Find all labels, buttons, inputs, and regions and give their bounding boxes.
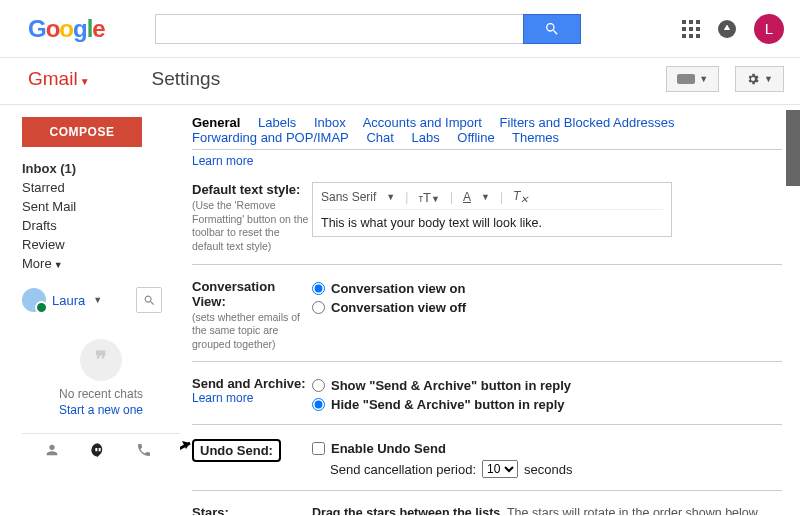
caret-down-icon: ▼ <box>93 295 102 305</box>
settings-tabs: General Labels Inbox Accounts and Import… <box>192 109 782 150</box>
seconds-label: seconds <box>524 462 572 477</box>
conversation-on-radio[interactable] <box>312 282 325 295</box>
caret-down-icon: ▼ <box>699 74 708 84</box>
font-size-dropdown[interactable]: тT▼ <box>418 190 439 205</box>
nav-inbox[interactable]: Inbox (1) <box>22 159 180 178</box>
tab-filters[interactable]: Filters and Blocked Addresses <box>500 115 675 130</box>
contacts-tab-icon[interactable] <box>44 442 60 461</box>
send-archive-learn-more[interactable]: Learn more <box>192 391 253 405</box>
phone-tab-icon[interactable] <box>136 442 152 461</box>
settings-gear-button[interactable]: ▼ <box>735 66 784 92</box>
start-new-chat-link[interactable]: Start a new one <box>22 403 180 417</box>
stars-drag-bold: Drag the stars between the lists. <box>312 506 504 515</box>
conversation-on-option[interactable]: Conversation view on <box>312 279 782 298</box>
google-logo[interactable]: Google <box>28 15 105 43</box>
search-icon <box>143 294 156 307</box>
section-stars: Stars: Drag the stars between the lists.… <box>192 491 782 515</box>
text-color-dropdown[interactable]: A <box>463 190 471 204</box>
notifications-icon[interactable] <box>718 20 736 38</box>
compose-button[interactable]: COMPOSE <box>22 117 142 147</box>
conversation-on-label: Conversation view on <box>331 281 465 296</box>
search-people-button[interactable] <box>136 287 162 313</box>
send-archive-title: Send and Archive: <box>192 376 306 391</box>
show-send-archive-label: Show "Send & Archive" button in reply <box>331 378 571 393</box>
page-title: Settings <box>152 68 221 90</box>
font-family-dropdown[interactable]: Sans Serif <box>321 190 376 204</box>
header-bar: Google L <box>0 0 800 58</box>
enable-undo-send-option[interactable]: Enable Undo Send <box>312 439 782 458</box>
hangouts-profile-name[interactable]: Laura <box>52 293 85 308</box>
conversation-off-radio[interactable] <box>312 301 325 314</box>
learn-more-link[interactable]: Learn more <box>192 154 253 168</box>
account-avatar[interactable]: L <box>754 14 784 44</box>
hide-send-archive-radio[interactable] <box>312 398 325 411</box>
search-icon <box>544 21 560 37</box>
section-conversation-view: Conversation View: (sets whether emails … <box>192 265 782 363</box>
hangouts-tab-icon[interactable] <box>90 442 106 461</box>
hangouts-quote-icon: ❞ <box>80 339 122 381</box>
apps-icon[interactable] <box>682 20 700 38</box>
nav-more-label: More <box>22 256 52 271</box>
nav-more[interactable]: More▼ <box>22 254 180 273</box>
search-container <box>155 14 581 44</box>
scrollbar-thumb[interactable] <box>786 110 800 186</box>
conversation-off-option[interactable]: Conversation view off <box>312 298 782 317</box>
cancellation-period-select[interactable]: 10 <box>482 460 518 478</box>
text-style-editor: Sans Serif▼ | тT▼ | A▼ | T✕ This is what… <box>312 182 672 237</box>
enable-undo-send-checkbox[interactable] <box>312 442 325 455</box>
input-tools-button[interactable]: ▼ <box>666 66 719 92</box>
annotation-arrow-icon <box>180 437 198 465</box>
hangouts-avatar[interactable] <box>22 288 46 312</box>
hide-send-archive-label: Hide "Send & Archive" button in reply <box>331 397 565 412</box>
tab-chat[interactable]: Chat <box>366 130 393 145</box>
tab-themes[interactable]: Themes <box>512 130 559 145</box>
nav-sent-mail[interactable]: Sent Mail <box>22 197 180 216</box>
show-send-archive-radio[interactable] <box>312 379 325 392</box>
sidebar: COMPOSE Inbox (1) Starred Sent Mail Draf… <box>0 105 180 515</box>
cancellation-period-label: Send cancellation period: <box>330 462 476 477</box>
nav-drafts[interactable]: Drafts <box>22 216 180 235</box>
remove-formatting-button[interactable]: T✕ <box>513 189 528 205</box>
section-undo-send: Undo Send: Enable Undo Send Send cancell… <box>192 425 782 491</box>
section-send-archive: Send and Archive: Learn more Show "Send … <box>192 362 782 425</box>
settings-content: General Labels Inbox Accounts and Import… <box>180 105 800 515</box>
gear-icon <box>746 72 760 86</box>
default-text-style-hint: (Use the 'Remove Formatting' button on t… <box>192 199 312 254</box>
conversation-off-label: Conversation view off <box>331 300 466 315</box>
tab-general[interactable]: General <box>192 115 240 130</box>
caret-down-icon: ▼ <box>80 76 90 87</box>
tab-labs[interactable]: Labs <box>412 130 440 145</box>
caret-down-icon: ▼ <box>764 74 773 84</box>
tab-accounts[interactable]: Accounts and Import <box>363 115 482 130</box>
caret-down-icon: ▼ <box>54 260 63 270</box>
gmail-dropdown[interactable]: Gmail▼ <box>28 68 90 90</box>
enable-undo-send-label: Enable Undo Send <box>331 441 446 456</box>
subheader-bar: Gmail▼ Settings ▼ ▼ <box>0 58 800 105</box>
stars-title: Stars: <box>192 505 229 515</box>
tab-offline[interactable]: Offline <box>457 130 494 145</box>
undo-send-highlight-box: Undo Send: <box>192 439 281 462</box>
gmail-label-text: Gmail <box>28 68 78 89</box>
default-text-style-title: Default text style: <box>192 182 300 197</box>
hide-send-archive-option[interactable]: Hide "Send & Archive" button in reply <box>312 395 782 414</box>
search-input[interactable] <box>155 14 523 44</box>
nav-review[interactable]: Review <box>22 235 180 254</box>
no-recent-chats-text: No recent chats <box>22 387 180 401</box>
search-button[interactable] <box>523 14 581 44</box>
section-default-text-style: Default text style: (Use the 'Remove For… <box>192 168 782 265</box>
conversation-view-title: Conversation View: <box>192 279 275 309</box>
tab-forwarding[interactable]: Forwarding and POP/IMAP <box>192 130 349 145</box>
tab-inbox[interactable]: Inbox <box>314 115 346 130</box>
nav-starred[interactable]: Starred <box>22 178 180 197</box>
show-send-archive-option[interactable]: Show "Send & Archive" button in reply <box>312 376 782 395</box>
conversation-view-hint: (sets whether emails of the same topic a… <box>192 311 312 352</box>
undo-send-title: Undo Send: <box>200 443 273 458</box>
keyboard-icon <box>677 74 695 84</box>
tab-labels[interactable]: Labels <box>258 115 296 130</box>
text-style-preview: This is what your body text will look li… <box>321 216 663 230</box>
